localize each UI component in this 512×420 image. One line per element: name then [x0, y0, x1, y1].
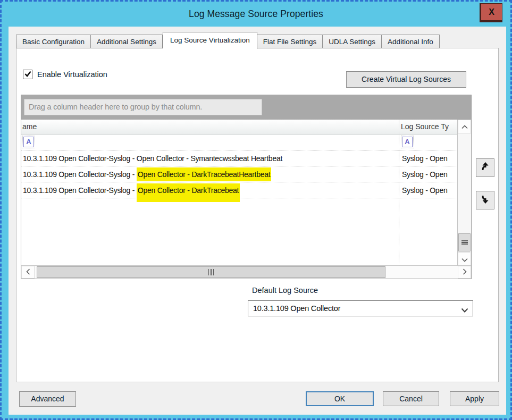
- curved-arrow-down-icon: [480, 194, 491, 207]
- tab-log-source-virtualization[interactable]: Log Source Virtualization: [163, 32, 257, 49]
- chevron-up-icon: [461, 122, 468, 131]
- log-source-name: 10.3.1.109 Open Collector-Syslog - Open …: [23, 166, 271, 182]
- scroll-right-button[interactable]: [458, 266, 471, 279]
- check-icon: [24, 70, 31, 79]
- table-row[interactable]: 10.3.1.109 Open Collector-Syslog - Open …: [21, 166, 458, 182]
- log-source-name-prefix: 10.3.1.109 Open Collector-Syslog -: [23, 170, 137, 179]
- cancel-button[interactable]: Cancel: [383, 391, 439, 406]
- default-log-source-dropdown[interactable]: 10.3.1.109 Open Collector: [248, 300, 473, 316]
- window-title: Log Message Source Properties: [2, 2, 510, 27]
- log-source-name: 10.3.1.109 Open Collector-Syslog - Open …: [23, 182, 240, 198]
- close-button[interactable]: X: [480, 3, 502, 22]
- create-virtual-log-sources-button[interactable]: Create Virtual Log Sources: [346, 71, 466, 88]
- curved-arrow-up-icon: [480, 161, 491, 174]
- log-source-type: Syslog - Open: [402, 150, 447, 166]
- horizontal-scrollbar[interactable]: [21, 265, 471, 279]
- enable-virtualization-row: Enable Virtualization: [23, 70, 107, 79]
- tab-basic-configuration[interactable]: Basic Configuration: [16, 35, 91, 48]
- ok-button[interactable]: OK: [306, 391, 374, 406]
- tab-additional-settings[interactable]: Additional Settings: [91, 35, 163, 48]
- tab-strip: Basic Configuration Additional Settings …: [16, 31, 440, 48]
- tab-additional-info[interactable]: Additional Info: [382, 35, 440, 48]
- title-bar[interactable]: Log Message Source Properties X: [2, 2, 510, 27]
- apply-button[interactable]: Apply: [450, 391, 499, 406]
- log-source-type: Syslog - Open: [402, 166, 447, 182]
- tab-udla-settings[interactable]: UDLA Settings: [323, 35, 382, 48]
- column-header-log-source-type[interactable]: Log Source Ty: [401, 120, 449, 134]
- default-log-source-label: Default Log Source: [252, 286, 318, 295]
- vertical-scroll-thumb[interactable]: [458, 233, 471, 251]
- vertical-scrollbar[interactable]: [457, 120, 471, 266]
- log-source-name: 10.3.1.109 Open Collector-Syslog - Open …: [23, 150, 282, 166]
- highlight-annotation: Open Collector - DarkTracebeatHeartbeat: [137, 167, 272, 181]
- chevron-down-icon: [461, 306, 468, 315]
- log-source-type: Syslog - Open: [402, 182, 447, 198]
- scroll-left-button[interactable]: [21, 266, 35, 279]
- log-message-source-properties-dialog: Log Message Source Properties X Basic Co…: [0, 0, 512, 420]
- move-up-button[interactable]: [476, 158, 494, 177]
- filter-icon-name-column[interactable]: A: [23, 137, 34, 147]
- scroll-down-button[interactable]: [458, 253, 471, 266]
- log-source-name-prefix: 10.3.1.109 Open Collector-Syslog -: [23, 186, 137, 195]
- virtual-log-sources-grid: Drag a column header here to group by th…: [21, 95, 472, 279]
- highlight-annotation: Open Collector - DarkTracebeat: [137, 183, 240, 202]
- group-by-hint: Drag a column header here to group by th…: [24, 99, 262, 115]
- grid-header-row: ame Log Source Ty: [21, 120, 458, 135]
- table-row[interactable]: 10.3.1.109 Open Collector-Syslog - Open …: [21, 182, 458, 198]
- scroll-up-button[interactable]: [458, 120, 471, 133]
- thumb-grip-icon: [461, 240, 468, 246]
- enable-virtualization-label: Enable Virtualization: [37, 70, 107, 79]
- dropdown-selected-value: 10.3.1.109 Open Collector: [253, 301, 340, 316]
- horizontal-scroll-thumb[interactable]: [37, 266, 385, 278]
- filter-icon-type-column[interactable]: A: [402, 137, 413, 147]
- thumb-grip-icon: [207, 269, 215, 275]
- advanced-button[interactable]: Advanced: [19, 391, 76, 407]
- tab-flat-file-settings[interactable]: Flat File Settings: [257, 35, 323, 48]
- enable-virtualization-checkbox[interactable]: [23, 70, 32, 79]
- move-down-button[interactable]: [476, 191, 494, 209]
- chevron-left-icon: [26, 267, 30, 277]
- group-by-bar[interactable]: Drag a column header here to group by th…: [21, 95, 471, 120]
- table-row[interactable]: 10.3.1.109 Open Collector-Syslog - Open …: [21, 150, 458, 166]
- column-header-name[interactable]: ame: [22, 120, 37, 134]
- chevron-right-icon: [463, 267, 467, 277]
- chevron-down-icon: [461, 255, 468, 264]
- grid-body: ame Log Source Ty A A 10.3.1.109 Open Co…: [21, 120, 458, 266]
- filter-row: A A: [21, 135, 458, 150]
